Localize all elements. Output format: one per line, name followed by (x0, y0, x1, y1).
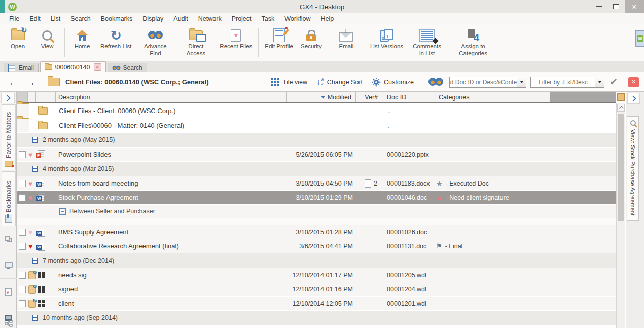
view-document-tab[interactable]: View: Stock Purchase Agreement (627, 116, 639, 221)
column-header-ver[interactable]: Ver# (356, 92, 381, 102)
comments-in-list-button[interactable]: Comments in List (407, 27, 447, 57)
sidebar-tab-share[interactable] (0, 226, 17, 252)
table-row-powerpoint-slides[interactable]: Powerpoint Slides 5/26/2015 06:05 PM 000… (17, 148, 616, 162)
menu-item[interactable]: File (4, 14, 24, 23)
edit-profile-icon (273, 27, 285, 43)
header-favorite-column[interactable] (28, 92, 36, 102)
table-row-matter-folder[interactable]: Client Files\00060 - Matter: 0140 (Gener… (17, 118, 29, 133)
left-sidebar: Favorite Matters Bookmarks ♥ (0, 92, 17, 328)
row-checkbox[interactable] (19, 300, 26, 307)
menu-item[interactable]: Workflow (279, 14, 315, 23)
minimize-button[interactable] (590, 0, 607, 13)
dropdown-arrow-icon[interactable] (595, 77, 604, 87)
sidebar-tab-matter-docs[interactable]: ♥ (0, 279, 17, 305)
menu-item[interactable]: Network (193, 14, 227, 23)
home-button[interactable]: Home (67, 27, 97, 50)
group-header-row[interactable]: 4 months ago (Mar 2015) (17, 162, 616, 176)
menu-item[interactable]: Display (137, 14, 168, 23)
security-button[interactable]: Security (297, 27, 326, 50)
divider (42, 76, 42, 88)
menu-item[interactable]: List (46, 14, 65, 23)
column-grid-icon[interactable] (617, 93, 625, 101)
change-sort-button[interactable]: Change Sort (327, 79, 363, 86)
table-row-client[interactable]: client 12/10/2014 12:05 PM 00001201.wdl (17, 297, 616, 311)
scrollbar-thumb[interactable] (618, 114, 624, 221)
binoculars-icon (148, 27, 163, 43)
table-row-signed[interactable]: signed 12/10/2014 01:16 PM 00001204.wdl (17, 282, 616, 297)
forward-button[interactable]: → (25, 77, 36, 88)
recent-files-button[interactable]: ♥ Recent Files (216, 27, 256, 50)
column-header-modified[interactable]: Modified (287, 92, 356, 102)
sidebar-tab-bookmarks[interactable]: Bookmarks (2, 171, 16, 226)
row-checkbox[interactable] (19, 286, 26, 293)
maximize-button[interactable] (607, 0, 625, 13)
table-row-collaborative-research-agreement[interactable]: Collaborative Research Agreement (final)… (17, 239, 616, 253)
row-checkbox[interactable] (19, 243, 26, 250)
menu-item[interactable]: Help (315, 14, 339, 23)
view-button[interactable]: View (32, 27, 62, 50)
clear-close-list-button[interactable]: ✕ (628, 77, 639, 87)
header-icon-column[interactable] (36, 92, 56, 102)
gear-icon (372, 78, 381, 87)
group-header-row[interactable]: 2 months ago (May 2015) (17, 133, 616, 148)
group-header-row[interactable]: 7 months ago (Dec 2014) (17, 253, 616, 268)
favorite-heart-icon[interactable] (28, 194, 32, 201)
find-doc-combobox[interactable]: Find Doc ID or Desc&Contents (449, 77, 526, 88)
row-checkbox[interactable] (19, 180, 26, 187)
refresh-list-button[interactable]: ↻ Refresh List (97, 27, 135, 50)
open-button[interactable]: ↻ Open (3, 27, 32, 50)
tab-workspace-00060-0140[interactable]: \00060\0140 ✕ (40, 61, 106, 72)
filter-combobox[interactable]: Filter by .Ext/Desc (530, 77, 604, 88)
table-row-stock-purchase-agreement-selected[interactable]: Stock Purchase Agreement 3/10/2015 01:29… (17, 191, 616, 205)
group-header-row[interactable]: 10 months ago (Sep 2014) (17, 311, 616, 325)
favorite-heart-icon[interactable] (28, 243, 32, 250)
powerpoint-file-icon (38, 150, 45, 159)
menu-item[interactable]: Task (257, 14, 280, 23)
dropdown-arrow-icon[interactable] (517, 77, 526, 87)
scroll-up-button[interactable] (617, 104, 625, 112)
menu-item[interactable]: Edit (24, 14, 46, 23)
docked-app-logo[interactable]: W (635, 30, 644, 47)
sidebar-tab-favorite-matters[interactable]: Favorite Matters (2, 104, 16, 170)
customize-button[interactable]: Customize (384, 79, 414, 86)
tab-close-icon[interactable]: ✕ (94, 63, 101, 71)
assign-to-categories-button[interactable]: 4 Assign to Categories (453, 27, 493, 57)
refresh-icon: ↻ (111, 27, 122, 43)
sidebar-tab-network[interactable] (0, 318, 17, 328)
table-row-bms-supply-agreement[interactable]: BMS Supply Agreement 3/10/2015 01:28 PM … (17, 225, 616, 239)
menu-item[interactable]: Audit (168, 14, 193, 23)
row-checkbox[interactable] (19, 229, 26, 236)
expand-left-panel-button[interactable] (1, 93, 15, 103)
table-row-notes-from-board[interactable]: Notes from board meeeting 3/10/2015 04:5… (17, 176, 616, 191)
apply-filter-check-icon[interactable]: ✔ (610, 76, 618, 88)
tab-email[interactable]: Email (4, 63, 39, 72)
menu-item[interactable]: Project (227, 14, 257, 23)
tab-search[interactable]: Search (108, 63, 147, 72)
row-checkbox[interactable] (19, 194, 26, 201)
close-button[interactable]: ✕ (625, 0, 644, 13)
row-checkbox[interactable] (19, 272, 26, 279)
tile-view-button[interactable]: Tile view (283, 79, 307, 86)
favorite-heart-icon[interactable] (28, 229, 32, 236)
column-header-doc-id[interactable]: Doc ID (381, 92, 435, 102)
column-header-categories[interactable]: Categories (435, 92, 550, 102)
binoculars-tab-icon (112, 65, 120, 70)
comment-row[interactable]: Between Seller and Purchaser (17, 205, 616, 218)
row-checkbox[interactable] (19, 151, 26, 158)
table-row-needs-sig[interactable]: needs sig 12/10/2014 01:17 PM 00001205.w… (17, 268, 616, 282)
email-button[interactable]: ↓ Email (332, 27, 361, 50)
menu-item[interactable]: Bookmarks (96, 14, 138, 23)
advance-find-button[interactable]: Advance Find (135, 27, 175, 57)
favorite-heart-icon[interactable] (28, 151, 32, 158)
comments-pin-icon (419, 27, 435, 43)
edit-profile-button[interactable]: Edit Profile (261, 27, 297, 50)
menu-item[interactable]: Search (65, 14, 96, 23)
favorite-heart-icon[interactable] (28, 180, 32, 187)
list-versions-button[interactable]: List Versions (367, 27, 407, 50)
expand-right-panel-button[interactable] (627, 93, 640, 104)
back-button[interactable]: ← (8, 77, 19, 88)
vertical-scrollbar[interactable] (616, 103, 625, 328)
sidebar-tab-computer[interactable] (0, 252, 17, 279)
column-header-description[interactable]: Description (56, 92, 287, 102)
direct-access-button[interactable]: Direct Access (175, 27, 216, 57)
